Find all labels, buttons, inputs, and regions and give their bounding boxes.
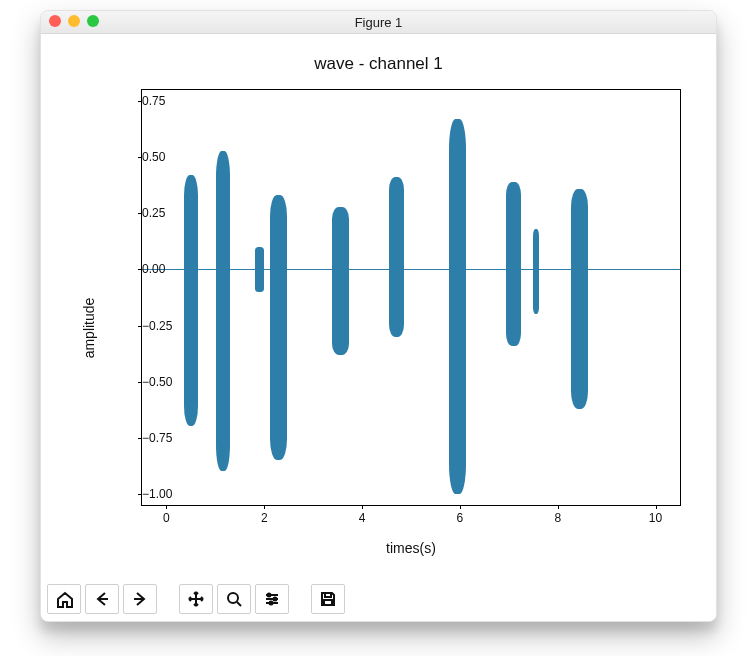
- svg-point-3: [270, 602, 273, 605]
- floppy-icon: [319, 590, 337, 608]
- chart-title: wave - channel 1: [41, 54, 716, 74]
- y-axis-label: amplitude: [81, 297, 97, 358]
- zoom-icon[interactable]: [87, 15, 99, 27]
- chart-axes: −1.00−0.75−0.50−0.250.000.250.500.750246…: [141, 89, 681, 506]
- waveform-burst: [449, 119, 465, 494]
- home-icon: [55, 590, 73, 608]
- x-tick-label: 8: [554, 511, 561, 525]
- close-icon[interactable]: [49, 15, 61, 27]
- back-button[interactable]: [85, 584, 119, 614]
- forward-button[interactable]: [123, 584, 157, 614]
- waveform-burst: [184, 175, 199, 426]
- move-icon: [187, 590, 205, 608]
- window-controls: [49, 15, 99, 27]
- svg-point-2: [274, 598, 277, 601]
- window-title: Figure 1: [355, 15, 403, 30]
- x-tick-label: 6: [457, 511, 464, 525]
- svg-point-1: [268, 594, 271, 597]
- home-button[interactable]: [47, 584, 81, 614]
- waveform-burst: [216, 151, 230, 472]
- zoom-button[interactable]: [217, 584, 251, 614]
- x-tick-label: 4: [359, 511, 366, 525]
- waveform-burst: [332, 207, 349, 355]
- pan-button[interactable]: [179, 584, 213, 614]
- waveform-burst: [270, 195, 287, 460]
- figure-window: Figure 1 wave - channel 1 amplitude −1.0…: [40, 10, 717, 622]
- minimize-icon[interactable]: [68, 15, 80, 27]
- svg-point-0: [228, 593, 238, 603]
- titlebar: Figure 1: [41, 11, 716, 34]
- figure-body: wave - channel 1 amplitude −1.00−0.75−0.…: [41, 34, 716, 621]
- x-tick-label: 2: [261, 511, 268, 525]
- arrow-left-icon: [93, 590, 111, 608]
- waveform-burst: [571, 189, 588, 409]
- waveform-burst: [506, 182, 521, 346]
- waveform-burst: [533, 229, 539, 314]
- matplotlib-toolbar: [47, 583, 345, 615]
- arrow-right-icon: [131, 590, 149, 608]
- magnifier-icon: [225, 590, 243, 608]
- x-tick-label: 10: [649, 511, 662, 525]
- waveform-burst: [255, 247, 264, 292]
- sliders-icon: [263, 590, 281, 608]
- save-button[interactable]: [311, 584, 345, 614]
- x-axis-label: times(s): [141, 540, 681, 556]
- configure-button[interactable]: [255, 584, 289, 614]
- x-tick-label: 0: [163, 511, 170, 525]
- waveform-burst: [389, 177, 405, 336]
